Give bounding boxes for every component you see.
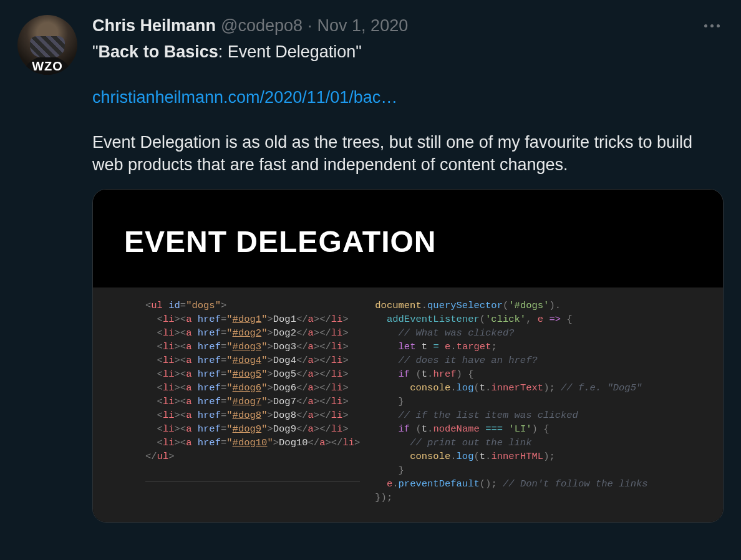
separator: · (308, 15, 312, 37)
card-header: EVENT DELEGATION (93, 190, 723, 287)
quote-open: " (92, 42, 99, 61)
title-rest: : Event Delegation" (218, 42, 362, 61)
card-title: EVENT DELEGATION (124, 224, 692, 259)
avatar[interactable]: WZO (17, 15, 77, 75)
avatar-shirt-text: WZO (17, 59, 77, 74)
handle[interactable]: @codepo8 (221, 15, 303, 37)
code-js-column: document.querySelector('#dogs'). addEven… (375, 299, 710, 504)
tweet: WZO Chris Heilmann @codepo8 · Nov 1, 202… (0, 0, 741, 535)
display-name[interactable]: Chris Heilmann (92, 15, 216, 37)
code-html-column: <ul id="dogs"> <li><a href="#dog1">Dog1<… (145, 299, 360, 482)
link-card[interactable]: EVENT DELEGATION <ul id="dogs"> <li><a h… (92, 189, 724, 523)
more-icon[interactable] (700, 21, 724, 31)
tweet-paragraph: Event Delegation is as old as the trees,… (92, 131, 724, 176)
tweet-header: Chris Heilmann @codepo8 · Nov 1, 2020 (92, 15, 724, 37)
tweet-date[interactable]: Nov 1, 2020 (317, 15, 409, 37)
tweet-body: "Back to Basics: Event Delegation" chris… (92, 41, 724, 176)
tweet-link[interactable]: christianheilmann.com/2020/11/01/bac… (92, 88, 397, 107)
title-bold: Back to Basics (99, 42, 218, 61)
code-area: <ul id="dogs"> <li><a href="#dog1">Dog1<… (93, 287, 723, 522)
